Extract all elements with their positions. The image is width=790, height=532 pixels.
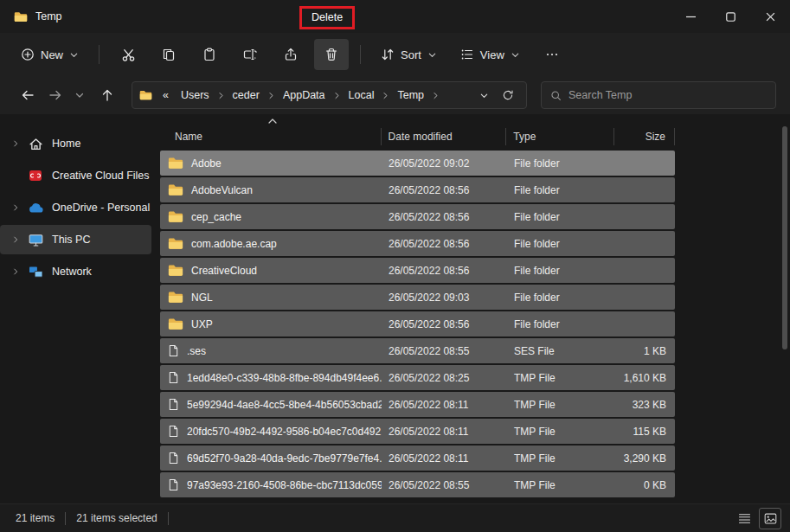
file-row[interactable]: 5e99294d-4ae8-4cc5-8be4-4b56053cbad2... … [160, 392, 675, 417]
sort-button[interactable]: Sort [372, 39, 446, 70]
minimize-button[interactable] [671, 0, 710, 33]
file-date-modified: 26/05/2022 08:25 [382, 372, 507, 384]
file-type: TMP File [507, 452, 615, 465]
view-toggles [733, 508, 781, 529]
column-header-date-modified[interactable]: Date modified [382, 131, 506, 151]
file-row[interactable]: cep_cache 26/05/2022 08:56 File folder [160, 204, 675, 229]
details-view-button[interactable] [733, 508, 755, 529]
file-row[interactable]: com.adobe.ae.cap 26/05/2022 08:56 File f… [160, 231, 675, 256]
file-date-modified: 26/05/2022 08:56 [382, 318, 507, 330]
file-name-cell: 97a93e93-2160-4508-86be-cbc7113dc059... [160, 478, 382, 491]
vertical-scrollbar[interactable] [781, 119, 787, 498]
sidebar-item-label: OneDrive - Personal [52, 202, 150, 214]
breadcrumb[interactable]: « Users ceder AppData Local Temp [132, 81, 527, 109]
file-type: TMP File [507, 426, 615, 438]
new-button[interactable]: New [12, 39, 87, 70]
status-divider [168, 512, 169, 525]
file-size: 3,290 KB [615, 452, 675, 465]
file-row[interactable]: AdobeVulcan 26/05/2022 08:56 File folder [160, 177, 675, 202]
maximize-button[interactable] [710, 0, 750, 33]
copy-button[interactable] [151, 39, 186, 70]
breadcrumb-item-local[interactable]: Local [344, 87, 380, 104]
paste-button[interactable] [192, 39, 227, 70]
sidebar-item-label: Creative Cloud Files [52, 170, 150, 182]
file-date-modified: 26/05/2022 08:55 [382, 345, 507, 357]
file-name: Adobe [191, 157, 222, 170]
recent-locations-button[interactable] [69, 81, 90, 109]
new-button-label: New [41, 48, 63, 61]
file-row[interactable]: 1edd48e0-c339-48b8-8fbe-894db49f4ee6... … [160, 365, 675, 390]
column-header-type[interactable]: Type [506, 131, 613, 151]
file-name-cell: UXP [160, 317, 382, 330]
file-name: AdobeVulcan [191, 184, 253, 196]
file-type: TMP File [507, 399, 615, 411]
file-name: .ses [187, 345, 206, 357]
file-date-modified: 26/05/2022 08:11 [382, 399, 507, 411]
rename-icon [243, 48, 257, 61]
file-row[interactable]: 20fdc570-49b2-4492-9586-b04ec7c0d492....… [160, 419, 675, 444]
file-row[interactable]: 97a93e93-2160-4508-86be-cbc7113dc059... … [160, 472, 675, 497]
breadcrumb-overflow[interactable]: « [157, 87, 174, 104]
file-name-cell: CreativeCloud [160, 264, 382, 277]
sidebar-item-this-pc[interactable]: This PC [0, 225, 151, 254]
column-header-name[interactable]: Name [160, 131, 381, 151]
file-type: File folder [507, 292, 615, 304]
sidebar-item-home[interactable]: Home [0, 129, 151, 158]
sidebar-item-creative-cloud-files[interactable]: Creative Cloud Files [0, 161, 151, 190]
file-name-cell: NGL [160, 291, 382, 304]
file-row[interactable]: .ses 26/05/2022 08:55 SES File 1 KB [160, 338, 675, 363]
file-row[interactable]: CreativeCloud 26/05/2022 08:56 File fold… [160, 258, 675, 283]
breadcrumb-item-ceder[interactable]: ceder [228, 87, 265, 104]
forward-button[interactable] [45, 81, 66, 109]
chevron-right-icon [332, 92, 342, 99]
file-size: 1,610 KB [615, 372, 675, 384]
rename-button[interactable] [233, 39, 267, 70]
file-type: File folder [507, 265, 615, 277]
more-options-button[interactable] [535, 39, 569, 70]
file-name-cell: 20fdc570-49b2-4492-9586-b04ec7c0d492.... [160, 425, 382, 438]
search-input[interactable] [568, 89, 767, 101]
chevron-right-icon[interactable] [9, 267, 22, 276]
breadcrumb-item-temp[interactable]: Temp [392, 87, 429, 104]
up-button[interactable] [93, 81, 121, 109]
file-explorer-window: Temp Delete New [0, 0, 790, 532]
view-button[interactable]: View [452, 39, 529, 70]
breadcrumb-item-users[interactable]: Users [176, 87, 215, 104]
chevron-right-icon[interactable] [9, 203, 22, 212]
items-count: 21 items [16, 512, 55, 524]
file-name-cell: cep_cache [160, 210, 382, 223]
status-divider [65, 512, 66, 525]
home-icon [26, 137, 45, 151]
folder-icon [14, 11, 28, 22]
chevron-down-icon [511, 50, 520, 60]
file-row[interactable]: 69d52f70-9a28-40da-9edc-7be9779e7fe4....… [160, 445, 675, 471]
share-button[interactable] [273, 39, 308, 70]
chevron-down-icon [427, 50, 437, 60]
file-row[interactable]: NGL 26/05/2022 09:03 File folder [160, 285, 675, 310]
sidebar-item-onedrive[interactable]: OneDrive - Personal [0, 193, 151, 222]
chevron-right-icon[interactable] [9, 139, 22, 148]
refresh-button[interactable] [497, 84, 519, 106]
file-size: 1 KB [615, 345, 675, 357]
sidebar-item-network[interactable]: Network [0, 257, 151, 286]
file-date-modified: 26/05/2022 08:56 [382, 211, 507, 223]
breadcrumb-item-appdata[interactable]: AppData [278, 87, 331, 104]
view-list-icon [460, 48, 474, 61]
sort-ascending-icon [267, 118, 278, 125]
chevron-right-icon[interactable] [9, 235, 22, 244]
file-row[interactable]: UXP 26/05/2022 08:56 File folder [160, 311, 675, 337]
column-header-size[interactable]: Size [614, 131, 674, 151]
sidebar-item-label: This PC [52, 234, 90, 246]
thumbnail-view-button[interactable] [759, 508, 781, 529]
navigation-pane: Home Creative Cloud Files OneDrive - Per… [0, 114, 160, 503]
file-row[interactable]: Adobe 26/05/2022 09:02 File folder [160, 151, 675, 176]
close-button[interactable] [750, 0, 790, 33]
address-history-button[interactable] [472, 84, 495, 106]
cut-button[interactable] [111, 39, 145, 70]
search-box[interactable] [541, 81, 776, 109]
delete-button[interactable] [314, 39, 349, 70]
column-divider[interactable] [674, 128, 675, 145]
back-button[interactable] [14, 81, 42, 109]
scrollbar-thumb[interactable] [782, 126, 787, 349]
file-size: 115 KB [615, 426, 675, 438]
